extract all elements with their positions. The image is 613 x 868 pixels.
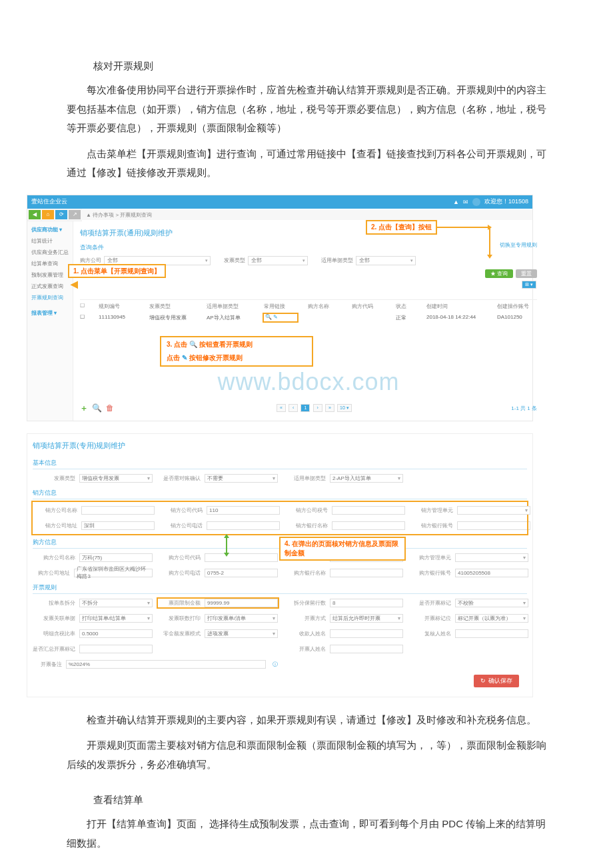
chevron-down-icon[interactable]: ▾ [59,227,62,233]
watermark: www.bdocx.com [217,368,399,396]
filter-label-invtype: 发票类型 [224,257,245,264]
switch-rule-link[interactable]: 切换至专用规则 [500,241,537,249]
val-s5[interactable]: 深圳 [81,521,155,530]
lab-r12: 复核人姓名 [408,630,451,637]
val-basic-2[interactable]: 不需要 [205,474,278,483]
view-icon[interactable]: 🔍 [265,314,272,320]
callout-4: 4. 在弹出的页面核对销方信息及票面限制金额 [279,537,406,561]
val-b7[interactable] [330,569,403,577]
val-r1[interactable]: 不拆分 [79,599,153,607]
lab-r16: 开票备注 [33,661,62,668]
lab-basic-2: 是否需对账确认 [158,475,201,482]
home-icon[interactable]: ⌂ [42,210,54,219]
lab-r5: 发票关联单据 [33,615,75,622]
val-r7[interactable]: 结算后允许即时开票 [330,614,403,623]
val-r15[interactable] [330,645,403,653]
pager-first[interactable]: « [277,404,286,412]
val-s8[interactable] [457,521,530,530]
share-icon[interactable]: ↗ [69,210,81,219]
val-basic-1[interactable]: 增值税专用发票 [79,474,153,483]
col-time: 创建时间 [426,303,486,310]
filter-select-invtype[interactable]: 全部 [248,256,308,265]
val-r9[interactable]: 0.5000 [79,629,153,638]
chevron-down-icon[interactable]: ▾ [54,310,57,316]
val-b1[interactable]: 万科(75) [79,553,153,562]
para-1: 每次准备使用协同平台进行开票操作时，应首先检查并确认结算开票规则是否正确。开票规… [67,81,546,138]
col-link: 常用链接 [264,303,297,310]
confirm-save-button[interactable]: 确认保存 [474,675,519,687]
lab-s6: 销方公司电话 [160,522,203,529]
info-icon[interactable]: ⓘ [273,661,278,668]
screenshot-rule-detail: 销项结算开票(专用)规则维护 基本信息 发票类型增值税专用发票 是否需对账确认不… [27,433,533,697]
row-checkbox[interactable]: ☐ [80,314,88,321]
val-b2[interactable] [205,553,278,562]
sidebar-head-supplier: 供应商功能 ▾ [30,224,70,235]
lab-s7: 销方银行名称 [285,522,328,529]
delete-icon[interactable]: 🗑 [106,403,117,413]
back-icon[interactable]: ◀ [29,210,41,219]
pager-prev[interactable]: ‹ [289,404,298,412]
sidebar-item-rule-query[interactable]: 开票规则查询 [30,292,70,303]
val-r12[interactable] [455,629,528,638]
col-bname: 购方名称 [308,303,341,310]
sidebar-item-settle-query[interactable]: 结算单查询 [30,258,70,269]
val-s1[interactable] [81,506,155,515]
pager-next[interactable]: › [313,404,322,412]
val-r3[interactable]: 8 [330,599,403,607]
detail-title: 销项结算开票(专用)规则维护 [33,439,527,455]
callout-1: 1. 点击菜单【开票规则查询】 [68,264,166,278]
val-r16[interactable]: %2024% [66,660,266,669]
lab-s5: 销方公司地址 [35,522,77,529]
val-b5[interactable]: 广东省深圳市盐田区大梅沙环梅路3 [74,569,153,577]
cell-bname [308,314,341,321]
val-s3[interactable] [332,506,405,515]
pager-size[interactable]: 10 ▾ [337,404,352,412]
column-toggle-button[interactable]: ⊞ ▾ [522,281,536,289]
sidebar-item-draft-invoice[interactable]: 预制发票管理 [30,269,70,281]
val-b8[interactable]: 41005205508 [455,569,528,577]
lab-r2: 票面限制金额 [158,599,201,607]
lab-r6: 发票联数打印 [158,615,201,622]
val-s4[interactable] [457,506,530,515]
col-status: 状态 [396,303,416,310]
sidebar: 供应商功能 ▾ 结算统计 供应商业务汇总 结算单查询 预制发票管理 正式发票查询… [27,221,73,421]
val-r4[interactable]: 不校验 [455,599,528,607]
pager-last[interactable]: » [325,404,334,412]
cell-acct: DA101250 [497,314,537,321]
val-b6[interactable]: 0755-2 [205,569,278,577]
val-basic-3[interactable]: 2-AP导入结算单 [330,474,403,483]
para-3: 检查并确认结算开票规则的主要内容，如果开票规则有误，请通过【修改】及时修改和补充… [67,711,546,730]
val-r13[interactable] [79,645,153,653]
double-arrow-icon [226,535,227,555]
val-r2[interactable]: 99999.99 [205,599,278,607]
bell-icon[interactable]: ▲ [453,199,459,205]
filter-select-doctype[interactable]: 全部 [356,256,416,265]
lab-r1: 按单条拆分 [33,599,75,607]
para-2: 点击菜单栏【开票规则查询】进行查询，可通过常用链接中【查看】链接查找到万科各公司… [67,145,546,183]
zoom-icon[interactable]: 🔍 [92,403,105,413]
avatar[interactable] [472,198,480,206]
sidebar-item-settle-stats[interactable]: 结算统计 [30,235,70,247]
sidebar-item-formal-invoice[interactable]: 正式发票查询 [30,281,70,292]
lab-b1: 购方公司名称 [33,554,75,561]
val-r11[interactable] [330,629,403,638]
reset-button[interactable]: 重置 [516,269,537,278]
val-r6[interactable]: 打印发票单/清单 [205,614,278,623]
refresh-icon[interactable]: ⟳ [55,210,67,219]
val-b4[interactable] [455,553,528,562]
val-r10[interactable]: 进项发票 [205,629,278,638]
lab-r13: 是否汇总开票标记 [33,645,75,653]
val-r5[interactable]: 打印结算单/结算单 [79,614,153,623]
add-icon[interactable]: ＋ [80,403,91,413]
val-s2[interactable]: 110 [207,506,280,515]
sidebar-item-biz-summary[interactable]: 供应商业务汇总 [30,247,70,258]
user-greeting: 欢迎您！101508 [484,197,528,206]
edit-icon[interactable]: ✎ [273,314,278,320]
query-button[interactable]: ★ 查询 [485,269,513,278]
val-s7[interactable] [332,521,405,530]
mail-icon[interactable]: ✉ [463,199,468,205]
val-r8[interactable]: 标记开票（以票为准） [455,614,528,623]
val-s6[interactable] [207,521,280,530]
pager-current[interactable]: 1 [301,404,310,412]
lab-r3: 拆分保留行数 [283,599,326,607]
